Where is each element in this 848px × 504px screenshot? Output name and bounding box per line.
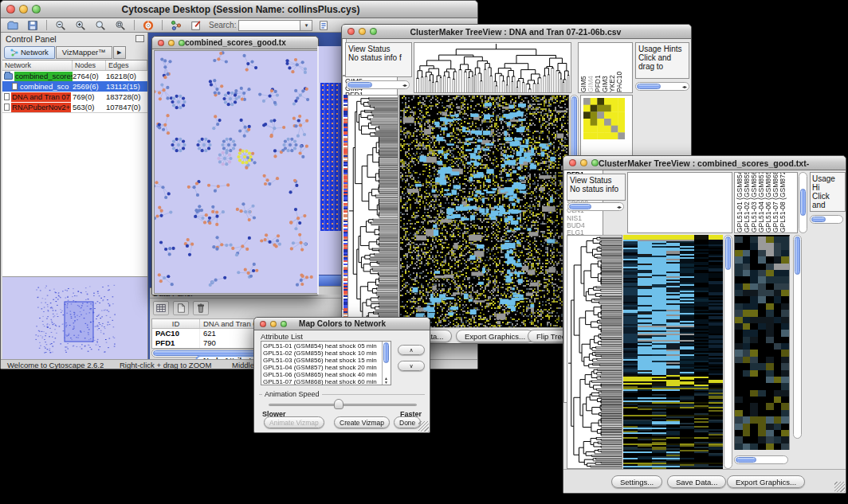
view-status-scrollbar[interactable]: ◂▸ [346, 80, 410, 89]
resize-grip[interactable] [834, 482, 845, 492]
move-down-button[interactable]: ∨ [398, 361, 425, 371]
close-button[interactable] [6, 5, 15, 14]
column-dendrogram-panel[interactable] [414, 42, 571, 93]
scrollbar-thumb[interactable] [725, 236, 731, 270]
scrollbar-thumb[interactable] [795, 236, 800, 275]
zoom-heatmap-panel[interactable] [734, 235, 790, 450]
column-label[interactable]: PAC10 [616, 43, 623, 92]
column-label[interactable]: GPL51-01 (GSM854 [736, 173, 744, 232]
zoom-window-button[interactable] [370, 28, 377, 35]
zoom-fit-button[interactable] [92, 19, 109, 32]
close-button[interactable] [347, 28, 355, 35]
network-list-row[interactable]: RNAPuberNov2+ 563(0) 107847(0) [2, 102, 147, 112]
scrollbar-thumb[interactable] [811, 217, 826, 222]
help-button[interactable] [139, 19, 157, 32]
attribute-list-item[interactable]: GPL51-01 (GSM854) heat shock 05 min [263, 342, 381, 350]
network-view-titlebar[interactable]: combined_scores_good.txt--cluste... [152, 37, 318, 49]
minimize-button[interactable] [19, 5, 28, 14]
close-button[interactable] [569, 159, 576, 166]
col-header-edges[interactable]: Edges [106, 61, 147, 70]
save-data-button[interactable]: Save Data... [667, 475, 726, 488]
column-label[interactable]: GIM5 [580, 43, 587, 92]
scrollbar-thumb[interactable] [736, 457, 756, 463]
create-vizmap-button[interactable]: Create Vizmap [334, 416, 390, 428]
column-label[interactable]: GPL51-02 (GSM855 [744, 173, 751, 232]
zoom-out-button[interactable] [52, 19, 69, 32]
attribute-list-item[interactable]: GPL51-07 (GSM868) heat shock 60 min [263, 378, 381, 385]
heatmap-panel[interactable] [399, 95, 569, 329]
col-header-network[interactable]: Network [2, 61, 73, 70]
scrollbar-thumb[interactable] [800, 189, 806, 216]
network-overview-panel[interactable] [2, 276, 147, 361]
settings-button[interactable]: Settings... [611, 475, 662, 488]
zoom-window-button[interactable] [281, 321, 287, 327]
heatmap-panel[interactable] [623, 235, 723, 469]
zoom-in-button[interactable] [72, 19, 89, 32]
dense-network-grid[interactable] [320, 83, 342, 231]
network-list-row[interactable]: combined_scores 2764(0) 16218(0) [2, 71, 147, 81]
column-label[interactable]: GIM3 [602, 43, 609, 92]
attribute-list-item[interactable]: GPL51-04 (GSM857) heat shock 20 min [263, 364, 381, 371]
minimize-button[interactable] [580, 159, 587, 166]
column-label[interactable]: YKE2 [609, 43, 616, 92]
column-labels-vscrollbar[interactable] [799, 172, 807, 233]
column-dendrogram-canvas[interactable] [414, 43, 571, 92]
network-view-button[interactable] [167, 19, 185, 32]
attr-col-id[interactable]: ID [152, 319, 200, 328]
column-label[interactable]: GIM4 [587, 43, 595, 92]
network-overview-canvas[interactable] [15, 281, 133, 356]
row-dendrogram-canvas[interactable] [567, 236, 622, 468]
zoom-heatmap-canvas[interactable] [735, 236, 789, 450]
attribute-list-item[interactable]: GPL51-06 (GSM865) heat shock 40 min [263, 371, 381, 378]
search-input[interactable] [238, 20, 300, 31]
save-session-button[interactable] [24, 19, 41, 32]
tab-vizmapper[interactable]: VizMapper™ [56, 46, 112, 59]
col-header-nodes[interactable]: Nodes [73, 61, 106, 70]
scrollbar-thumb[interactable] [347, 82, 372, 88]
animation-speed-slider[interactable] [334, 399, 344, 409]
done-button[interactable]: Done [394, 416, 421, 428]
attribute-list-item[interactable]: GPL51-02 (GSM855) heat shock 10 min [263, 350, 381, 357]
network-list-row[interactable]: DNA and Tran 07 769(0) 183728(0) [2, 92, 147, 102]
search-dropdown-button[interactable]: ▾ [300, 20, 312, 31]
minimize-button[interactable] [168, 40, 175, 46]
move-up-button[interactable]: ∧ [398, 345, 425, 355]
gene-list-vscrollbar[interactable] [793, 235, 802, 439]
annotation-button[interactable] [187, 19, 205, 32]
scrollbar-thumb[interactable] [383, 342, 389, 363]
zoom-window-button[interactable] [591, 159, 599, 166]
combined-heatmap-canvas[interactable] [623, 235, 723, 469]
column-label[interactable]: GPL51-06 (GSM865 [765, 173, 772, 232]
background-hscrollbar[interactable] [319, 275, 343, 286]
row-dendrogram-panel[interactable] [567, 235, 622, 469]
close-button[interactable] [158, 40, 164, 46]
attribute-listbox[interactable]: GPL51-01 (GSM854) heat shock 05 minGPL51… [261, 341, 391, 385]
row-dendrogram-canvas[interactable] [348, 96, 398, 328]
create-attribute-button[interactable] [173, 301, 189, 315]
column-label[interactable]: GPL51-07 (GSM868 [772, 173, 779, 232]
column-label[interactable]: GPL51-04 (GSM857 [758, 173, 765, 232]
column-label[interactable]: GPL51-03 (GSM856 [751, 173, 758, 232]
network-list-row[interactable]: combined_sco 2569(6) 13112(15) [2, 81, 147, 92]
dna-heatmap-canvas[interactable] [400, 96, 568, 328]
resize-grip[interactable] [418, 421, 429, 432]
heatmap-vscrollbar[interactable] [724, 235, 732, 469]
correlation-heatmap-canvas[interactable] [583, 98, 625, 139]
usage-hints-scrollbar[interactable] [810, 215, 843, 224]
listbox-vscrollbar[interactable]: ▲▼ [382, 342, 391, 385]
open-session-button[interactable] [4, 19, 22, 32]
scrollbar-thumb[interactable] [569, 204, 591, 209]
zoom-heatmap-hscrollbar[interactable] [734, 455, 788, 464]
dialog-titlebar[interactable]: Map Colors to Network [254, 318, 430, 330]
treeview-combined-titlebar[interactable]: ClusterMaker TreeView : combined_scores_… [563, 156, 846, 170]
export-graphics-button[interactable]: Export Graphics... [456, 330, 534, 342]
delete-attribute-button[interactable] [193, 301, 209, 315]
view-status-scrollbar[interactable]: ◂▸ [567, 202, 624, 211]
network-canvas[interactable] [154, 50, 318, 294]
attribute-list-item[interactable]: GPL51-03 (GSM856) heat shock 15 min [263, 357, 381, 364]
minimize-button[interactable] [359, 28, 366, 35]
attribute-browser-button[interactable] [315, 19, 332, 32]
zoom-window-button[interactable] [179, 40, 185, 46]
zoom-selected-button[interactable] [112, 19, 129, 32]
scrollbar-thumb[interactable] [637, 84, 661, 89]
